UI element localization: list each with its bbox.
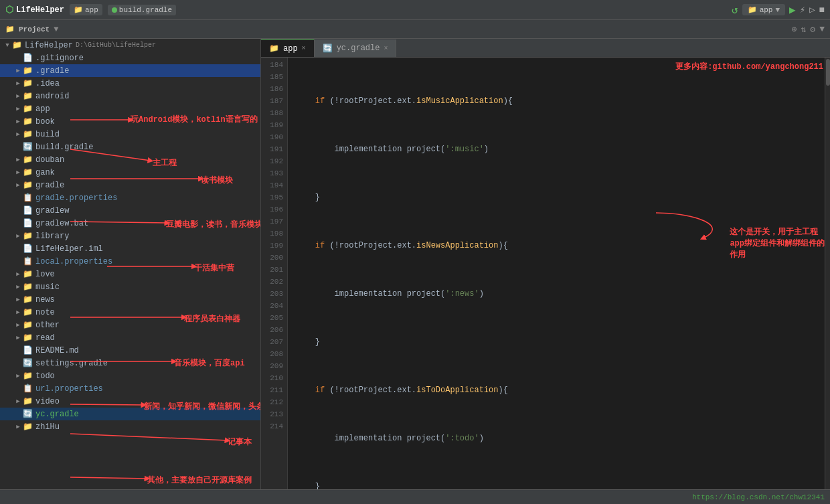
tree-music[interactable]: ▶ 📁 music — [0, 280, 260, 293]
sort-btn[interactable]: ⇅ — [801, 24, 807, 35]
tree-label-news: news — [35, 295, 55, 305]
tree-readme[interactable]: 📄 README.md — [0, 344, 260, 357]
tree-other[interactable]: ▶ 📁 other — [0, 319, 260, 331]
project-label: Project — [19, 25, 50, 33]
tree-label-todo: todo — [35, 371, 55, 381]
tree-lifehelper-iml[interactable]: 📄 LifeHelper.iml — [0, 242, 260, 255]
close-tab-app[interactable]: × — [302, 45, 306, 52]
tree-gradle-properties[interactable]: 📋 gradle.properties — [0, 191, 260, 204]
tree-gradle-folder[interactable]: ▶ 📁 gradle — [0, 179, 260, 191]
close-tab-ycgradle[interactable]: × — [384, 45, 388, 52]
app-selector[interactable]: 📁 app ▼ — [742, 4, 785, 15]
tree-label-settings-gradle: settings.gradle — [35, 359, 108, 368]
sync-project-btn[interactable]: ⊕ — [792, 24, 797, 35]
editor-tabs: 📁 app × 🔄 yc.gradle × — [261, 39, 830, 58]
tree-root[interactable]: ▼ 📁 LifeHelper D:\GitHub\LifeHelper — [0, 39, 260, 52]
title-bar-right: ↺ 📁 app ▼ ▶ ⚡ ▷ ■ — [732, 3, 825, 17]
app-window: ⬡ LifeHelper 📁 app build.gradle ↺ 📁 app … — [0, 0, 830, 504]
settings-btn[interactable]: ⚙ — [810, 24, 815, 35]
tree-settings-gradle[interactable]: 🔄 settings.gradle — [0, 357, 260, 369]
stop-button[interactable]: ■ — [819, 5, 825, 15]
tree-label-readme: README.md — [35, 346, 79, 355]
tree-video[interactable]: ▶ 📁 video — [0, 395, 260, 408]
app-title: LifeHelper — [16, 5, 64, 15]
tree-gitignore[interactable]: 📄 .gitignore — [0, 52, 260, 64]
tree-label-android: android — [35, 92, 69, 101]
tree-build[interactable]: ▶ 📁 build — [0, 128, 260, 141]
code-editor: 184185186187188 189190191192193 19419519… — [261, 58, 830, 489]
tree-label-gradlew-bat: gradlew.bat — [35, 219, 88, 228]
tree-zhihu[interactable]: ▶ 📁 zhiHu — [0, 420, 260, 433]
tree-label-gank: gank — [35, 168, 55, 177]
line-numbers: 184185186187188 189190191192193 19419519… — [261, 58, 288, 489]
tree-label-gradle-folder: gradle — [35, 181, 64, 190]
tree-idea[interactable]: ▶ 📁 .idea — [0, 77, 260, 90]
tree-app[interactable]: ▶ 📁 app — [0, 102, 260, 115]
title-tab-app[interactable]: 📁 app — [70, 4, 102, 15]
tree-gank[interactable]: ▶ 📁 gank — [0, 166, 260, 179]
tree-library[interactable]: ▶ 📁 library — [0, 230, 260, 242]
root-label: LifeHelper — [25, 41, 73, 50]
root-path: D:\GitHub\LifeHelper — [76, 41, 156, 49]
tree-label-url-properties: url.properties — [35, 384, 103, 394]
root-folder-icon: 📁 — [12, 40, 22, 50]
scrollbar[interactable] — [825, 58, 830, 489]
tree-label-read: read — [35, 333, 55, 343]
tree-android[interactable]: ▶ 📁 android — [0, 90, 260, 102]
tree-book[interactable]: ▶ 📁 book — [0, 115, 260, 128]
tree-note[interactable]: ▶ 📁 note — [0, 306, 260, 319]
tree-gradle-dir[interactable]: ▶ 📁 .gradle — [0, 64, 260, 77]
second-toolbar: 📁 Project ▼ ⊕ ⇅ ⚙ ▼ — [0, 20, 830, 39]
svg-line-8 — [70, 434, 228, 440]
tree-buildgradle[interactable]: 🔄 build.gradle — [0, 141, 260, 153]
tree-label-gradlew: gradlew — [35, 206, 69, 216]
annotation-other: 其他，主要放自己开源库案例 — [147, 475, 252, 486]
tree-local-properties[interactable]: 📋 local.properties — [0, 255, 260, 268]
tree-label-note: note — [35, 308, 55, 317]
status-url: https://blog.csdn.net/chw12341 — [692, 493, 825, 501]
tree-label-book: book — [35, 117, 55, 127]
tree-label-gradle-dir: .gradle — [35, 66, 69, 76]
project-sidebar: ▼ 📁 LifeHelper D:\GitHub\LifeHelper 📄 .g… — [0, 39, 261, 489]
tree-label-gitignore: .gitignore — [35, 54, 84, 63]
code-content[interactable]: if (!rootProject.ext.isMusicApplication)… — [288, 58, 825, 489]
tree-label-local-properties: local.properties — [35, 257, 112, 266]
profile-button[interactable]: ▷ — [809, 4, 815, 15]
tree-label-app: app — [35, 104, 50, 114]
collapse-btn[interactable]: ▼ — [819, 24, 825, 34]
tree-label-library: library — [35, 232, 69, 241]
tree-label-ycgradle: yc.gradle — [35, 410, 79, 419]
tree-url-properties[interactable]: 📋 url.properties — [0, 382, 260, 395]
svg-line-9 — [70, 477, 147, 479]
editor-tab-app[interactable]: 📁 app × — [261, 39, 315, 57]
tree-news[interactable]: ▶ 📁 news — [0, 293, 260, 306]
tree-ycgradle[interactable]: 🔄 yc.gradle — [0, 408, 260, 420]
tree-label-buildgradle: build.gradle — [35, 143, 93, 152]
editor-container: 📁 app × 🔄 yc.gradle × 184185186187188 18… — [261, 39, 830, 489]
build-button[interactable]: ⚡ — [800, 4, 805, 15]
tree-douban[interactable]: ▶ 📁 douban — [0, 153, 260, 166]
tree-love[interactable]: ▶ 📁 love — [0, 268, 260, 280]
title-bar: ⬡ LifeHelper 📁 app build.gradle ↺ 📁 app … — [0, 0, 830, 20]
status-bar: https://blog.csdn.net/chw12341 — [0, 489, 830, 504]
tree-label-zhihu: zhiHu — [35, 422, 60, 432]
tree-todo[interactable]: ▶ 📁 todo — [0, 369, 260, 382]
tree-gradlew[interactable]: 📄 gradlew — [0, 204, 260, 217]
sync-icon[interactable]: ↺ — [732, 3, 738, 17]
tree-label-build: build — [35, 130, 60, 139]
tree-label-iml: LifeHelper.iml — [35, 244, 103, 254]
tree-label-love: love — [35, 270, 55, 279]
tree-label-other: other — [35, 321, 60, 330]
tree-label-idea: .idea — [35, 79, 60, 88]
tree-label-music: music — [35, 282, 60, 292]
app-logo: ⬡ LifeHelper — [5, 4, 64, 15]
tree-label-douban: douban — [35, 155, 64, 165]
run-button[interactable]: ▶ — [789, 3, 796, 17]
tree-read[interactable]: ▶ 📁 read — [0, 331, 260, 344]
tree-label-gradle-properties: gradle.properties — [35, 193, 117, 203]
editor-tab-ycgradle[interactable]: 🔄 yc.gradle × — [315, 39, 397, 57]
annotation-read: 记事本 — [228, 436, 252, 448]
title-tab-buildgradle[interactable]: build.gradle — [108, 5, 176, 15]
tree-label-video: video — [35, 397, 60, 406]
tree-gradlew-bat[interactable]: 📄 gradlew.bat — [0, 217, 260, 230]
